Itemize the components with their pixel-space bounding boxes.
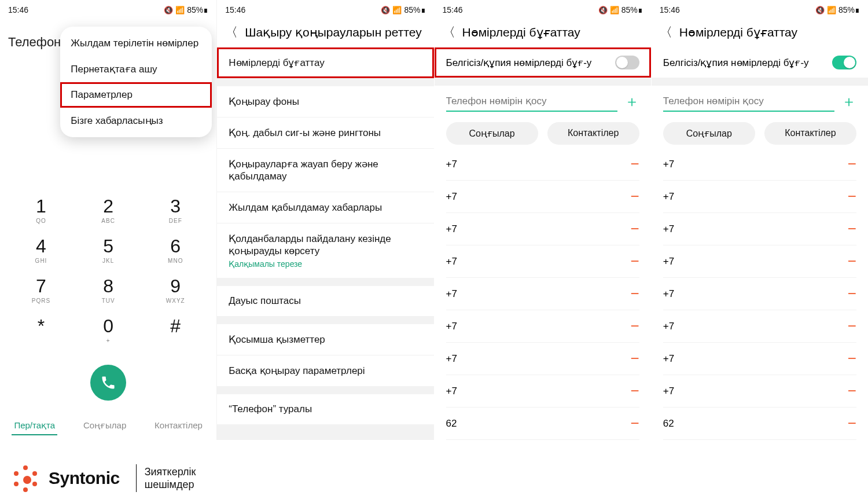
remove-blocked-icon[interactable]: − [848, 155, 856, 173]
menu-contact-us[interactable]: Бізге хабарласыңыз [60, 108, 212, 134]
remove-blocked-icon[interactable]: − [848, 414, 856, 432]
item-other-call-settings[interactable]: Басқа қоңырау параметрлері [217, 355, 433, 386]
remove-blocked-icon[interactable]: − [631, 414, 639, 432]
key-1[interactable]: 1QO [21, 197, 61, 224]
brand-logo-icon [10, 463, 41, 493]
remove-blocked-icon[interactable]: − [631, 188, 639, 206]
remove-blocked-icon[interactable]: − [631, 382, 639, 400]
mute-icon: 🔇 [815, 6, 825, 14]
key-hash[interactable]: # [155, 317, 196, 344]
blocked-number: +7 [663, 256, 674, 267]
add-number-input[interactable] [663, 92, 834, 112]
remove-blocked-icon[interactable]: − [848, 317, 856, 335]
tab-recents[interactable]: Соңғылар [81, 417, 128, 435]
blocked-number-row: +7− [663, 181, 856, 213]
remove-blocked-icon[interactable]: − [631, 285, 639, 303]
brand-tagline: Зияткерлік шешімдер [145, 465, 196, 491]
menu-settings[interactable]: Параметрлер [60, 82, 212, 108]
add-number-plus-icon[interactable]: ＋ [624, 91, 639, 112]
key-6[interactable]: 6MNO [155, 237, 196, 264]
item-call-bg[interactable]: Қоңырау фоны [217, 86, 433, 118]
wifi-icon: 📶 [610, 6, 619, 14]
menu-open-keypad[interactable]: Пернетақтаға ашу [60, 56, 212, 82]
chip-contacts[interactable]: Контактілер [547, 122, 639, 145]
status-bar: 15:46 🔇 📶 85%∎ [217, 0, 433, 20]
wifi-icon: 📶 [175, 6, 185, 14]
chip-contacts[interactable]: Контактілер [764, 122, 856, 145]
blocked-number-row: +7− [663, 245, 856, 278]
status-icons: 🔇 📶 85%∎ [381, 5, 425, 14]
toggle-block-unknown[interactable] [832, 56, 856, 69]
blocked-number-row: 62− [663, 408, 856, 440]
key-5[interactable]: 5JKL [88, 237, 128, 264]
tab-contacts[interactable]: Контактілер [152, 417, 205, 435]
back-button[interactable]: 〈 [660, 26, 672, 39]
blocked-numbers-list: +7−+7−+7−+7−+7−+7−+7−+7−62−+7−+7− [435, 148, 651, 440]
key-0[interactable]: 0+ [88, 317, 128, 344]
item-quick-decline[interactable]: Жылдам қабылдамау хабарлары [217, 192, 433, 223]
blocked-number-row: +7− [446, 245, 639, 278]
key-2[interactable]: 2ABC [88, 197, 128, 224]
item-alerts-ringtones[interactable]: Қоң. дабыл сиг-ы және рингтоны [217, 118, 433, 149]
key-3[interactable]: 3DEF [155, 197, 196, 224]
tab-keypad[interactable]: Пер/тақта [12, 417, 57, 435]
item-block-numbers[interactable]: Нөмірлерді бұғаттау [217, 47, 433, 78]
row-block-unknown[interactable]: Белгісіз/құпия нөмірлерді бұғ-у [435, 47, 651, 78]
blocked-number-row: +7− [446, 148, 639, 181]
remove-blocked-icon[interactable]: − [631, 220, 639, 238]
item-answer-end[interactable]: Қоңырауларға жауап беру және қабылдамау [217, 149, 433, 192]
remove-blocked-icon[interactable]: − [848, 252, 856, 270]
row-block-unknown[interactable]: Белгісіз/құпия нөмірлерді бұғ-у [652, 47, 868, 78]
item-supp-services[interactable]: Қосымша қызметтер [217, 324, 433, 355]
blocked-number: +7 [663, 159, 674, 170]
remove-blocked-icon[interactable]: − [848, 350, 856, 368]
blocked-numbers-list: +7−+7−+7−+7−+7−+7−+7−+7−62−+7−+7− [652, 148, 868, 440]
blocked-number: +7 [446, 321, 457, 332]
call-button[interactable] [90, 365, 126, 401]
footer-brand: Syntonic Зияткерлік шешімдер [10, 463, 196, 493]
remove-blocked-icon[interactable]: − [848, 188, 856, 206]
item-about-phone-app[interactable]: “Телефон” туралы [217, 394, 433, 424]
item-voicemail[interactable]: Дауыс поштасы [217, 286, 433, 316]
blocked-number: 62 [663, 418, 674, 430]
wifi-icon: 📶 [827, 6, 836, 14]
status-icons: 🔇 📶 85%∎ [164, 5, 208, 14]
toggle-block-unknown[interactable] [615, 56, 639, 69]
page-header: 〈 Нөмірлерді бұғаттау [652, 20, 868, 47]
back-button[interactable]: 〈 [225, 26, 238, 39]
chip-recents[interactable]: Соңғылар [663, 122, 755, 145]
remove-blocked-icon[interactable]: − [631, 350, 639, 368]
add-number-plus-icon[interactable]: ＋ [841, 91, 856, 112]
key-9[interactable]: 9WXYZ [155, 277, 196, 304]
phone-icon [100, 375, 116, 391]
page-title: Нөмірлерді бұғаттау [679, 25, 797, 39]
item-show-during-apps[interactable]: Қолданбаларды пайдалану кезінде қоңырауд… [217, 223, 433, 278]
chip-recents[interactable]: Соңғылар [446, 122, 538, 145]
remove-blocked-icon[interactable]: − [631, 155, 639, 173]
status-bar: 15:46 🔇 📶 85%∎ [0, 0, 216, 20]
remove-blocked-icon[interactable]: − [848, 382, 856, 400]
key-4[interactable]: 4GHI [21, 237, 61, 264]
blocked-number: 62 [446, 418, 457, 430]
page-header: 〈 Шақыру қоңырауларын реттеу [217, 20, 433, 47]
app-title: Телефон [8, 35, 61, 50]
remove-blocked-icon[interactable]: − [631, 317, 639, 335]
key-star[interactable]: * [21, 317, 61, 344]
remove-blocked-icon[interactable]: − [631, 252, 639, 270]
blocked-number: +7 [446, 386, 457, 397]
key-8[interactable]: 8TUV [88, 277, 128, 304]
remove-blocked-icon[interactable]: − [848, 285, 856, 303]
blocked-number: +7 [446, 159, 457, 170]
remove-blocked-icon[interactable]: − [848, 220, 856, 238]
blocked-number: +7 [446, 256, 457, 267]
blocked-number: +7 [663, 191, 674, 203]
blocked-number-row: +7− [446, 278, 639, 310]
key-7[interactable]: 7PQRS [21, 277, 61, 304]
blocked-number: +7 [663, 321, 674, 332]
status-bar: 15:46 🔇 📶 85%∎ [652, 0, 868, 20]
status-time: 15:46 [8, 5, 28, 14]
status-time: 15:46 [225, 5, 245, 14]
add-number-input[interactable] [446, 92, 617, 112]
menu-speed-dial[interactable]: Жылдам терілетін нөмірлер [60, 30, 212, 56]
back-button[interactable]: 〈 [443, 26, 455, 39]
